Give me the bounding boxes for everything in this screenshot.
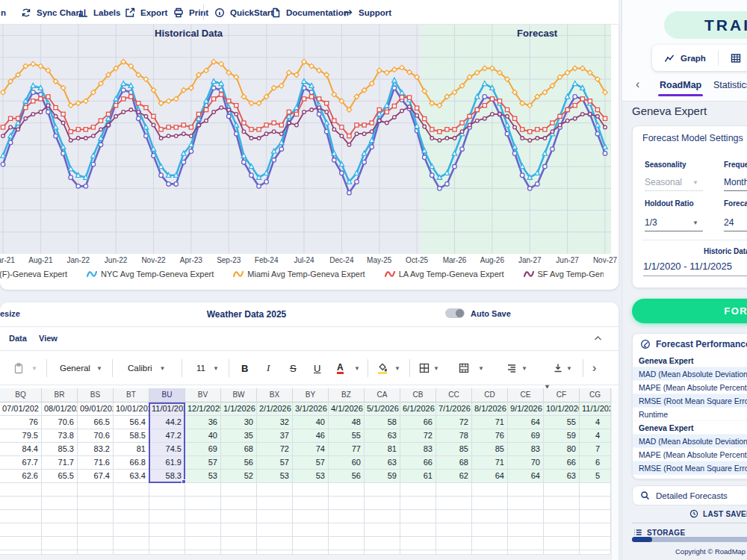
merge-cells-dropdown[interactable]: ▼ [478,351,484,385]
cell[interactable] [472,537,508,550]
cell[interactable] [0,523,42,537]
cell[interactable]: 85 [436,443,472,456]
alignment-button[interactable] [506,351,517,385]
cell[interactable] [221,483,257,497]
detailed-forecasts-search[interactable]: Detailed Forecasts [632,485,747,505]
legend-item[interactable]: SF Avg Temp-Geneva Expert [524,270,604,279]
cell[interactable] [257,497,293,510]
cell[interactable]: 30 [221,416,257,429]
metric-row[interactable]: Runtime [633,475,747,479]
cell[interactable]: 68 [436,456,472,470]
cell[interactable] [365,537,400,550]
historic-data-range[interactable]: 1/1/2020 - 11/1/2025 [643,261,732,272]
date-cell[interactable]: 7/1/2026 [436,402,472,416]
cell[interactable]: 76 [472,429,508,443]
cell[interactable] [436,537,472,550]
column-header[interactable]: BW [221,388,257,402]
cell[interactable]: 61 [400,470,436,483]
cell[interactable] [149,497,185,510]
cell[interactable] [78,510,114,523]
cell[interactable] [0,497,42,510]
tab-roadmap[interactable]: RoadMap [660,80,701,90]
cell[interactable] [42,537,78,550]
cell[interactable]: 63 [544,470,580,483]
cell[interactable] [329,483,365,497]
cell[interactable] [472,497,508,510]
cell[interactable]: 55 [544,416,580,429]
cell[interactable] [365,483,400,497]
cell[interactable]: 72 [400,429,436,443]
cell[interactable] [436,523,472,537]
cell[interactable] [329,497,365,510]
cell[interactable]: 47.2 [149,429,185,443]
cell[interactable]: 48 [329,416,365,429]
cell[interactable] [114,497,149,510]
date-cell[interactable]: 1/1/2026 [221,402,257,416]
cell[interactable]: 65.5 [42,470,78,483]
export-button[interactable]: Export [125,0,167,25]
menu-data[interactable]: Data [9,334,27,343]
cell[interactable] [580,497,611,510]
cell[interactable]: 58 [365,416,400,429]
column-header[interactable]: CF [544,388,580,402]
cell[interactable] [114,523,149,537]
cell[interactable] [436,497,472,510]
cell[interactable] [329,510,365,523]
cell[interactable] [544,523,580,537]
cell[interactable]: 58.5 [114,429,149,443]
cell[interactable] [149,523,185,537]
legend-item[interactable]: NYC Avg Temp-Geneva Expert [87,270,214,279]
date-cell[interactable]: 08/01/202 [42,402,78,416]
metric-row[interactable]: RMSE (Root Mean Square Error) [633,394,747,408]
cell[interactable] [400,510,436,523]
cell[interactable] [185,510,221,523]
fill-color-button[interactable] [377,351,388,385]
cell[interactable]: 40 [293,416,329,429]
cell[interactable]: 66 [400,456,436,470]
cell[interactable] [508,510,544,523]
cell[interactable] [544,483,580,497]
cell[interactable]: 70 [508,456,544,470]
column-header[interactable]: CG [580,388,611,402]
tab-data[interactable]: Data [719,53,747,63]
cell[interactable] [221,497,257,510]
cell[interactable] [293,483,329,497]
cell[interactable]: 66 [544,456,580,470]
cell[interactable]: 68 [221,443,257,456]
cell[interactable]: 63.4 [114,470,149,483]
cell[interactable] [221,537,257,550]
cell[interactable]: 66 [400,416,436,429]
cell[interactable]: 69 [508,429,544,443]
legend-item[interactable]: Miami Avg Temp-Geneva Expert [233,270,365,279]
cell[interactable] [293,497,329,510]
cell[interactable] [544,510,580,523]
cell[interactable]: 40 [185,429,221,443]
cell[interactable] [508,483,544,497]
column-header[interactable]: BT [114,388,149,402]
holdout-caret[interactable]: ▼ [692,220,698,226]
font-color-button[interactable]: A [337,351,344,385]
date-cell[interactable]: 10/1/2026 [544,402,580,416]
column-header[interactable]: BS [78,388,114,402]
menu-view[interactable]: View [39,334,58,343]
cell[interactable]: 72 [257,443,293,456]
cell[interactable]: 73.8 [42,429,78,443]
cell[interactable] [508,537,544,550]
underline-button[interactable]: U [314,351,320,385]
cell[interactable] [185,497,221,510]
cell[interactable] [293,523,329,537]
column-header[interactable]: BY [293,388,329,402]
column-header[interactable]: CD [472,388,508,402]
cell[interactable] [257,523,293,537]
cell[interactable] [544,537,580,550]
sync-chart-button[interactable]: Sync Chart [21,0,82,25]
paste-button[interactable] [13,351,24,385]
strikethrough-button[interactable]: S [290,351,297,385]
metric-row[interactable]: MAPE (Mean Absolute Percentage Error) [633,448,747,461]
cell[interactable]: 76 [0,416,42,429]
cell[interactable]: 32 [257,416,293,429]
column-header[interactable]: CB [400,388,436,402]
cell[interactable]: 37 [257,429,293,443]
toggle-track[interactable] [445,308,465,318]
autosave-toggle[interactable]: Auto Save [445,308,511,318]
